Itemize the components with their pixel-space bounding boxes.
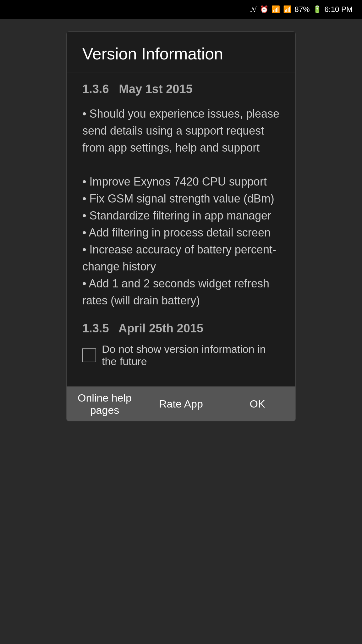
- checkbox-label: Do not show version information in the f…: [102, 343, 280, 368]
- rate-app-button[interactable]: Rate App: [143, 387, 219, 421]
- status-bar: 𝓝 ⏰ 📶 📶 87% 🔋 6:10 PM: [0, 0, 362, 19]
- ok-button[interactable]: OK: [219, 387, 295, 421]
- signal-icon: 📶: [283, 5, 292, 14]
- status-icons: 𝓝 ⏰ 📶 📶 87% 🔋 6:10 PM: [250, 5, 353, 14]
- dialog-title: Version Information: [82, 44, 280, 63]
- version-dialog: Version Information 1.3.6 May 1st 2015 •…: [66, 31, 296, 421]
- version-135-number: 1.3.5: [82, 322, 109, 335]
- battery-icon: 🔋: [313, 5, 321, 14]
- dialog-buttons: Online help pages Rate App OK: [67, 386, 295, 421]
- version-135-header: 1.3.5 April 25th 2015: [82, 322, 280, 335]
- do-not-show-checkbox[interactable]: [82, 348, 96, 362]
- dialog-title-area: Version Information: [67, 32, 295, 73]
- version-136-date: May 1st 2015: [119, 82, 193, 96]
- bluetooth-icon: 📶: [272, 5, 280, 14]
- dialog-content: 1.3.6 May 1st 2015 • Should you experien…: [67, 73, 295, 386]
- version-136-header: 1.3.6 May 1st 2015: [82, 82, 280, 96]
- alarm-icon: ⏰: [260, 5, 268, 14]
- version-135-date: April 25th 2015: [118, 322, 203, 335]
- screen-background: Version Information 1.3.6 May 1st 2015 •…: [0, 19, 362, 644]
- version-136-number: 1.3.6: [82, 82, 109, 96]
- nfc-icon: 𝓝: [250, 5, 257, 14]
- version-136-notes: • Should you experience issues, please s…: [82, 105, 280, 309]
- time-display: 6:10 PM: [325, 5, 353, 14]
- checkbox-row[interactable]: Do not show version information in the f…: [82, 343, 280, 368]
- online-help-button[interactable]: Online help pages: [67, 387, 143, 421]
- battery-percent: 87%: [295, 5, 310, 14]
